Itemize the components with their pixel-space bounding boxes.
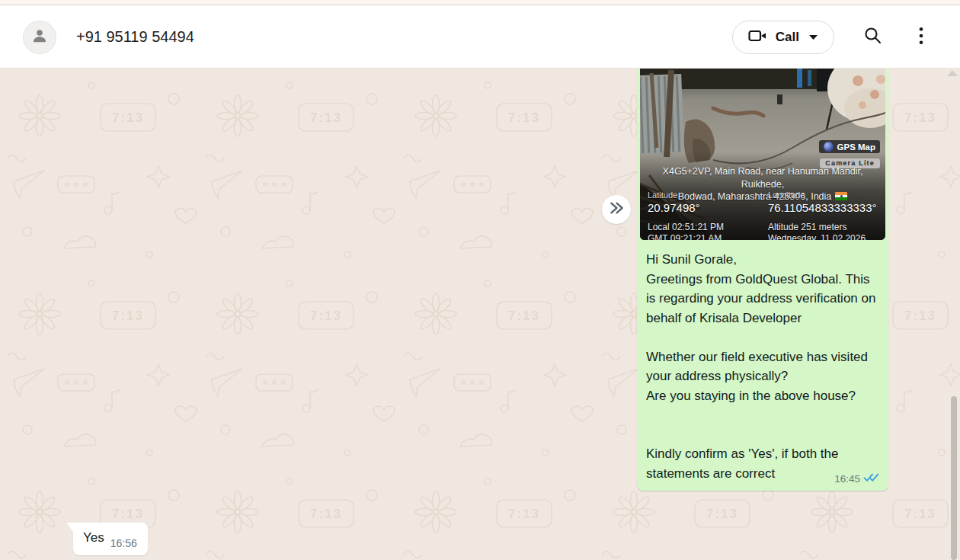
longitude-value: 76.11054833333333° bbox=[768, 200, 882, 216]
scrollbar-thumb[interactable] bbox=[951, 396, 957, 560]
menu-button[interactable] bbox=[910, 27, 932, 48]
gps-map-camera-badge: GPS Map Camera Lite bbox=[819, 140, 880, 168]
forward-message-button[interactable] bbox=[602, 195, 631, 224]
attached-photo[interactable]: GPS Map Camera Lite X4G5+2VP, Main Road,… bbox=[640, 69, 885, 240]
scroll-up-arrow[interactable] bbox=[947, 70, 958, 76]
globe-icon bbox=[824, 142, 834, 152]
outgoing-message-bubble[interactable]: GPS Map Camera Lite X4G5+2VP, Main Road,… bbox=[637, 69, 888, 491]
incoming-message-time: 16:56 bbox=[110, 537, 137, 549]
address-line1: X4G5+2VP, Main Road, near Hanuman Mandir… bbox=[663, 166, 863, 190]
gps-app-name: GPS Map bbox=[837, 142, 875, 152]
incoming-message-bubble[interactable]: Yes 16:56 bbox=[73, 523, 148, 555]
longitude-label: Longitude bbox=[768, 190, 882, 200]
chat-area: 7:13 bbox=[0, 69, 960, 560]
chat-title[interactable]: +91 95119 54494 bbox=[76, 28, 194, 46]
video-call-icon bbox=[748, 28, 766, 46]
search-button[interactable] bbox=[862, 27, 883, 48]
gmt-time: GMT 09:21:21 AM bbox=[648, 233, 763, 240]
call-button[interactable]: Call bbox=[732, 21, 834, 54]
message-text: Hi Sunil Gorale, Greetings from GoldQues… bbox=[637, 243, 888, 491]
call-button-label: Call bbox=[776, 30, 799, 45]
search-icon bbox=[863, 26, 882, 48]
message-meta: 16:45 bbox=[834, 472, 880, 485]
read-receipt-icon bbox=[863, 472, 880, 485]
incoming-message-text: Yes bbox=[83, 530, 104, 546]
gps-overlay: GPS Map Camera Lite X4G5+2VP, Main Road,… bbox=[640, 69, 885, 240]
chat-header: +91 95119 54494 Call bbox=[0, 6, 960, 69]
forward-icon bbox=[608, 201, 625, 218]
person-icon bbox=[30, 26, 50, 49]
photo-date: Wednesday, 11.02.2026 bbox=[768, 233, 882, 240]
latitude-label: Latitude bbox=[648, 190, 763, 200]
local-time: Local 02:51:21 PM bbox=[648, 222, 763, 232]
kebab-menu-icon bbox=[919, 27, 923, 48]
avatar[interactable] bbox=[23, 21, 56, 54]
window-top-strip bbox=[0, 0, 960, 5]
altitude: Altitude 251 meters bbox=[768, 222, 882, 232]
latitude-value: 20.97498° bbox=[648, 200, 763, 216]
header-actions: Call bbox=[732, 21, 932, 54]
message-time: 16:45 bbox=[834, 473, 860, 485]
whatsapp-window: +91 95119 54494 Call bbox=[0, 0, 960, 560]
caret-down-icon bbox=[808, 31, 818, 43]
